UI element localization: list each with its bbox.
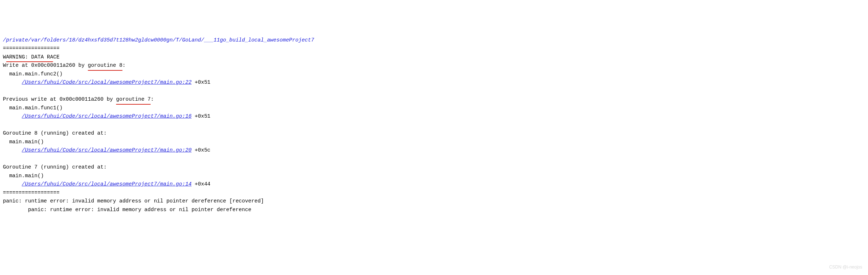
panic-line-1: panic: runtime error: invalid memory add… <box>3 198 264 204</box>
console-output: /private/var/folders/18/dz4hxsfd35d7t128… <box>3 36 865 214</box>
goroutine-7-created: Goroutine 7 (running) created at: <box>3 164 107 170</box>
write-line-1: Write at 0x00c00011a260 by goroutine 8: <box>3 62 125 68</box>
write-line-2: Previous write at 0x00c00011a260 by goro… <box>3 96 154 102</box>
func-line-4: main.main() <box>9 173 44 179</box>
goroutine-8-underline: goroutine 8 <box>88 61 123 70</box>
file-link-4[interactable]: /Users/fuhui/Code/src/local/awesomeProje… <box>22 181 192 187</box>
offset-4: +0x44 <box>192 181 210 187</box>
offset-3: +0x5c <box>192 147 210 153</box>
func-line-3: main.main() <box>9 139 44 145</box>
panic-line-2: panic: runtime error: invalid memory add… <box>28 207 252 213</box>
file-link-2[interactable]: /Users/fuhui/Code/src/local/awesomeProje… <box>22 113 192 119</box>
file-link-1[interactable]: /Users/fuhui/Code/src/local/awesomeProje… <box>22 79 192 85</box>
divider-bottom: ================== <box>3 190 60 196</box>
file-link-3[interactable]: /Users/fuhui/Code/src/local/awesomeProje… <box>22 147 192 153</box>
offset-2: +0x51 <box>192 113 210 119</box>
watermark: CSDN @i-neojos <box>829 264 862 271</box>
warning-underline: ARNING: DATA RA <box>6 53 53 61</box>
offset-1: +0x51 <box>192 79 210 85</box>
func-line-2: main.main.func1() <box>9 105 63 111</box>
divider-top: ================== <box>3 45 60 51</box>
goroutine-7-underline: goroutine 7 <box>116 95 151 104</box>
executable-path: /private/var/folders/18/dz4hxsfd35d7t128… <box>3 37 314 43</box>
warning-line: WARNING: DATA RACE <box>3 54 60 60</box>
goroutine-8-created: Goroutine 8 (running) created at: <box>3 130 107 136</box>
func-line-1: main.main.func2() <box>9 71 63 77</box>
